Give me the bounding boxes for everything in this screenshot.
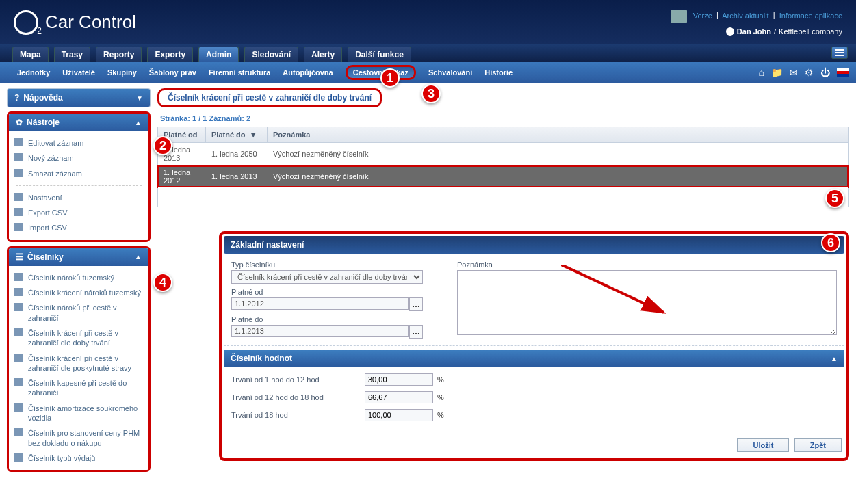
type-select[interactable]: Číselník krácení při cestě v zahraničí d… <box>231 270 423 284</box>
link-info[interactable]: Informace aplikace <box>779 11 842 19</box>
subnav-1[interactable]: Uživatelé <box>62 68 95 77</box>
tools-item[interactable]: Import CSV <box>9 220 148 235</box>
home-icon[interactable]: ⌂ <box>759 67 764 78</box>
pct-label: % <box>437 411 444 419</box>
values-body: Trvání od 1 hod do 12 hod%Trvání od 12 h… <box>224 367 844 434</box>
list-item[interactable]: Číselník nároků tuzemský <box>9 270 148 285</box>
chevron-down-icon: ▼ <box>136 94 143 102</box>
list-item[interactable]: Číselník amortizace soukromého vozidla <box>9 401 148 426</box>
value-input[interactable] <box>365 391 433 403</box>
tools-item[interactable]: Export CSV <box>9 205 148 220</box>
hamburger-icon[interactable] <box>831 47 848 59</box>
label-to: Platné do <box>231 315 443 323</box>
app-header: Car Control Verze | Archiv aktualit | In… <box>0 0 856 44</box>
tab-další funkce[interactable]: Další funkce <box>348 47 411 62</box>
tab-exporty[interactable]: Exporty <box>147 47 193 62</box>
sub-nav: JednotkyUživateléSkupinyŠablony právFire… <box>0 62 856 83</box>
mail-icon[interactable]: ✉ <box>790 67 798 78</box>
pct-label: % <box>437 393 444 401</box>
list-item[interactable]: Číselník kapesné při cestě do zahraničí <box>9 375 148 401</box>
tools-item[interactable]: Smazat záznam <box>9 166 148 181</box>
link-verze[interactable]: Verze <box>693 11 712 19</box>
tab-admin[interactable]: Admin <box>198 47 239 62</box>
list-item[interactable]: Číselník nároků při cestě v zahraničí <box>9 300 148 326</box>
power-icon[interactable]: ⏻ <box>820 67 830 78</box>
value-row: Trvání od 1 hod do 12 hod% <box>231 373 837 386</box>
back-button[interactable]: Zpět <box>794 438 842 452</box>
save-button[interactable]: Uložit <box>737 438 789 452</box>
subnav-5[interactable]: Autopůjčovna <box>283 68 333 77</box>
callout-2: 2 <box>153 136 172 155</box>
label-from: Platné od <box>231 288 443 296</box>
col-to[interactable]: Platné do ▼ <box>206 127 268 142</box>
value-input[interactable] <box>365 409 433 421</box>
value-label: Trvání od 12 hod do 18 hod <box>231 393 365 401</box>
subnav-8[interactable]: Historie <box>484 68 513 77</box>
chevron-up-icon: ▲ <box>831 355 838 362</box>
col-note[interactable]: Poznámka <box>268 127 848 142</box>
records-table: Platné od Platné do ▼ Poznámka 1. ledna … <box>157 127 849 207</box>
list-icon: ☰ <box>16 252 23 262</box>
app-name: Car Control <box>45 12 136 33</box>
header-links: Verze | Archiv aktualit | Informace apli… <box>671 10 842 23</box>
flag-icon[interactable] <box>837 68 849 77</box>
date-picker-button[interactable]: … <box>409 297 423 311</box>
form-panel: Základní nastavení 6 Typ číselníku Čísel… <box>219 231 849 461</box>
user-info: Dan John / Kettlebell company <box>671 27 842 36</box>
subnav-4[interactable]: Firemní struktura <box>209 68 270 77</box>
date-picker-button[interactable]: … <box>409 325 423 339</box>
value-input[interactable] <box>365 373 433 386</box>
tab-sledování[interactable]: Sledování <box>244 47 298 62</box>
list-item[interactable]: Číselník krácení nároků tuzemský <box>9 285 148 300</box>
main-tabs: MapaTrasyReportyExportyAdminSledováníAle… <box>0 44 856 62</box>
tab-mapa[interactable]: Mapa <box>12 47 49 62</box>
value-label: Trvání od 18 hod <box>231 411 365 419</box>
subnav-0[interactable]: Jednotky <box>17 68 50 77</box>
values-header[interactable]: Číselník hodnot ▲ <box>224 350 844 367</box>
panel-lists: ☰Číselníky▲ Číselník nároků tuzemskýČíse… <box>7 246 151 472</box>
link-archiv[interactable]: Archiv aktualit <box>722 11 768 19</box>
table-row-selected[interactable]: 1. ledna 2012 1. ledna 2013 Výchozí nezm… <box>158 165 848 187</box>
panel-help[interactable]: ?Nápověda▼ <box>7 88 151 107</box>
gear-icon: ✿ <box>16 118 23 127</box>
logo: Car Control <box>14 10 136 35</box>
from-input[interactable] <box>231 297 409 310</box>
note-textarea[interactable] <box>457 270 837 335</box>
value-row: Trvání od 12 hod do 18 hod% <box>231 391 837 403</box>
callout-3: 3 <box>421 84 441 103</box>
subnav-3[interactable]: Šablony práv <box>149 68 196 77</box>
callout-5: 5 <box>825 189 844 208</box>
value-label: Trvání od 1 hod do 12 hod <box>231 375 365 384</box>
tab-alerty[interactable]: Alerty <box>304 47 342 62</box>
tab-reporty[interactable]: Reporty <box>96 47 142 62</box>
list-item[interactable]: Číselník typů výdajů <box>9 451 148 466</box>
list-item[interactable]: Číselník pro stanovení ceny PHM bez dokl… <box>9 425 148 451</box>
gear-icon[interactable]: ⚙ <box>805 67 814 78</box>
list-item[interactable]: Číselník krácení při cestě v zahraničí d… <box>9 351 148 376</box>
user-name: Dan John <box>737 27 771 36</box>
pct-label: % <box>437 375 444 384</box>
chevron-up-icon: ▲ <box>135 253 142 261</box>
table-row[interactable]: 1. ledna 2013 1. ledna 2050 Výchozí nezm… <box>158 143 848 165</box>
tools-item[interactable]: Nastavení <box>9 190 148 205</box>
content: Číselník krácení při cestě v zahraničí d… <box>157 88 849 476</box>
subnav-2[interactable]: Skupiny <box>107 68 137 77</box>
tab-trasy[interactable]: Trasy <box>54 47 90 62</box>
tools-item[interactable]: Nový záznam <box>9 150 148 165</box>
sidebar: ?Nápověda▼ ✿Nástroje▲ Editovat záznamNov… <box>7 88 151 476</box>
company-name: Kettlebell company <box>779 27 842 36</box>
callout-4: 4 <box>153 273 172 292</box>
value-row: Trvání od 18 hod% <box>231 409 837 421</box>
subnav-7[interactable]: Schvalování <box>428 68 472 77</box>
callout-6: 6 <box>821 233 840 252</box>
form-header: Základní nastavení 6 <box>224 236 844 254</box>
page-title: Číselník krácení při cestě v zahraničí d… <box>157 88 382 107</box>
help-icon: ? <box>14 93 19 103</box>
windows-icon <box>671 10 687 23</box>
list-item[interactable]: Číselník krácení při cestě v zahraničí d… <box>9 326 148 351</box>
subnav-icons: ⌂ 📁 ✉ ⚙ ⏻ <box>759 67 849 78</box>
panel-tools: ✿Nástroje▲ Editovat záznamNový záznamSma… <box>7 111 151 242</box>
tools-item[interactable]: Editovat záznam <box>9 135 148 150</box>
to-input[interactable] <box>231 325 409 337</box>
folder-icon[interactable]: 📁 <box>771 67 783 78</box>
